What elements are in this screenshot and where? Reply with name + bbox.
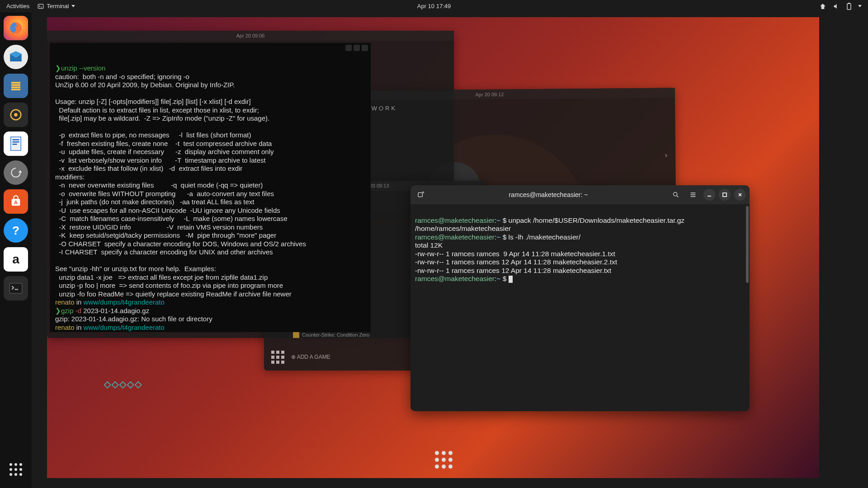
svg-rect-4 (11, 82, 20, 84)
svg-point-9 (14, 113, 18, 117)
close-icon[interactable] (362, 45, 368, 51)
terminal-small-icon (38, 3, 44, 9)
terminal-output: caution: both -n and -o specified; ignor… (55, 73, 189, 80)
show-applications-desktop-icon[interactable] (435, 451, 453, 469)
cursor (509, 276, 513, 283)
rhythmbox-icon[interactable] (4, 103, 28, 127)
maximize-icon[interactable] (354, 45, 360, 51)
terminal-right-window[interactable]: ramces@maketecheasier: ~ ramces@maketech… (410, 185, 750, 411)
network-icon[interactable] (819, 3, 826, 10)
prompt-path: www/dumps/t4grandeerato (84, 298, 165, 306)
close-button[interactable] (734, 189, 746, 201)
svg-rect-0 (38, 4, 43, 8)
firefox-icon[interactable] (4, 16, 28, 40)
window-title: ramces@maketecheasier: ~ (431, 191, 665, 198)
svg-rect-2 (848, 3, 850, 4)
search-icon (672, 191, 679, 198)
minimize-button[interactable] (703, 189, 715, 201)
libreoffice-writer-icon[interactable] (4, 131, 28, 156)
thunderbird-icon[interactable] (4, 45, 28, 69)
svg-rect-11 (13, 139, 19, 141)
app-menu[interactable]: Terminal (38, 3, 75, 9)
search-button[interactable] (669, 188, 683, 202)
terminal-icon[interactable] (4, 276, 28, 300)
scrollbar[interactable] (746, 206, 749, 283)
dna-logo: ◇◇◇◇◇ (104, 379, 142, 389)
app-menu-label: Terminal (47, 3, 69, 9)
svg-rect-7 (11, 89, 20, 90)
svg-rect-19 (723, 193, 726, 197)
svg-rect-5 (11, 84, 20, 86)
svg-rect-1 (847, 4, 851, 9)
minimize-icon[interactable] (345, 45, 352, 51)
svg-rect-6 (11, 86, 20, 88)
hamburger-menu-button[interactable] (686, 188, 700, 202)
hamburger-icon (689, 191, 697, 198)
svg-text:A: A (14, 199, 18, 205)
ubuntu-software-icon[interactable]: A (4, 189, 28, 214)
gnome-topbar: Activities Terminal Apr 10 17:49 (0, 0, 868, 12)
amazon-icon[interactable]: a (4, 247, 28, 272)
files-icon[interactable] (4, 74, 28, 98)
window-controls (345, 45, 368, 51)
svg-rect-13 (13, 144, 17, 145)
terminal-titlebar: ramces@maketecheasier: ~ (410, 185, 750, 204)
clock[interactable]: Apr 10 17:49 (417, 3, 451, 9)
prompt-user: renato (55, 298, 75, 306)
help-icon[interactable]: ? (4, 218, 28, 243)
terminal-body[interactable]: ramces@maketecheasier:~ $ unpack /home/$… (410, 204, 750, 411)
battery-icon[interactable] (846, 3, 852, 10)
system-menu-chevron-icon[interactable] (858, 5, 862, 7)
activities-button[interactable]: Activities (6, 3, 29, 9)
chevron-down-icon (71, 5, 75, 7)
svg-rect-17 (418, 192, 422, 197)
terminal-left-window[interactable]: ❯unzip --version caution: both -n and -o… (50, 43, 371, 332)
svg-rect-16 (9, 283, 22, 294)
show-applications-icon[interactable] (4, 457, 28, 482)
maximize-button[interactable] (719, 189, 731, 201)
volume-icon[interactable] (833, 3, 840, 10)
svg-rect-12 (13, 141, 19, 143)
new-tab-button[interactable] (414, 188, 428, 202)
software-updater-icon[interactable] (4, 160, 28, 185)
dock: A ? a (0, 12, 32, 488)
svg-point-18 (674, 192, 677, 196)
